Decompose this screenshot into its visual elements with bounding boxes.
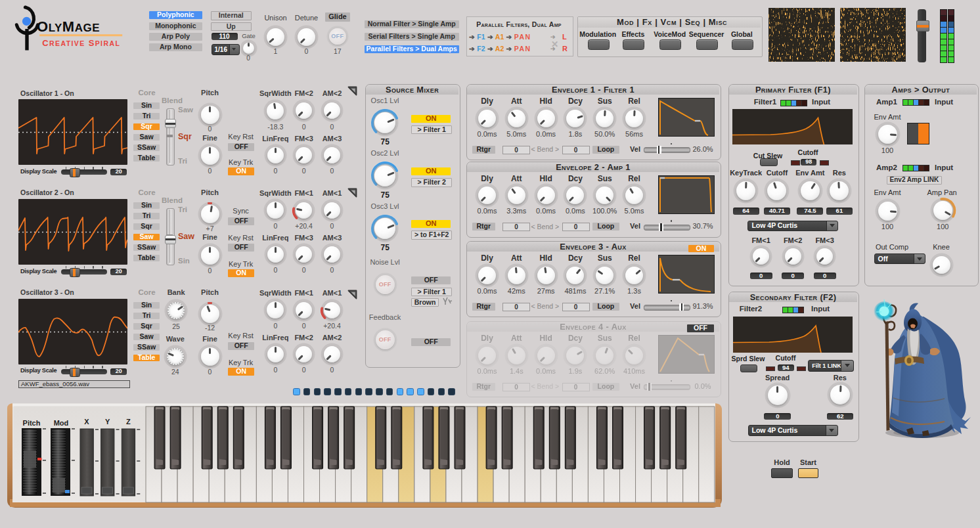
svg-text:Pitch: Pitch bbox=[23, 419, 41, 427]
svg-text:X: X bbox=[84, 418, 89, 426]
svg-text:Y: Y bbox=[105, 418, 110, 426]
svg-text:Z: Z bbox=[126, 418, 131, 426]
svg-text:Mod: Mod bbox=[54, 419, 69, 427]
